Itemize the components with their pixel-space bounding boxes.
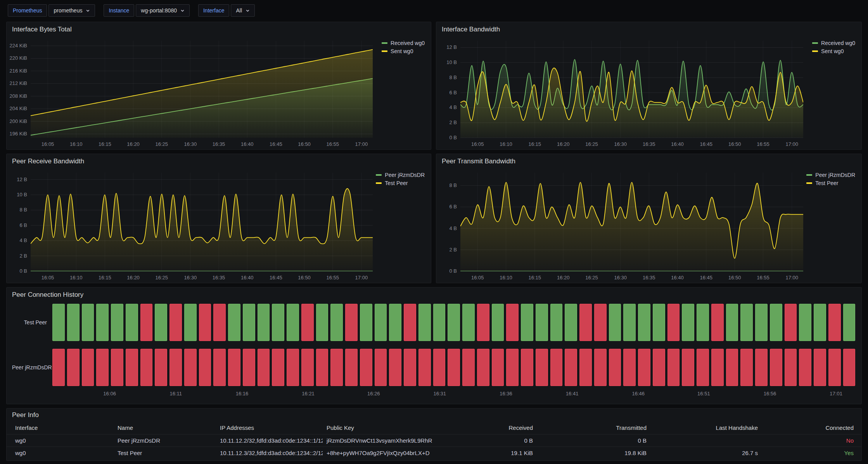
legend-item-received-wg0[interactable]: Received wg0 (382, 40, 425, 46)
timeline-state-disconnected (404, 304, 416, 341)
legend-item-sent-wg0[interactable]: Sent wg0 (812, 48, 855, 54)
chart-plot[interactable]: 16:0516:1016:1516:2016:2516:3016:3516:40… (7, 37, 431, 149)
timeline-state-connected (697, 304, 709, 341)
legend-item-test-peer[interactable]: Test Peer (376, 180, 425, 186)
state-timeline-rows: Test PeerPeer jRzmDsDR (12, 304, 855, 386)
timeline-row-test-peer: Test Peer (12, 304, 855, 341)
timeline-state-connected (126, 304, 138, 341)
svg-text:16:10: 16:10 (500, 141, 512, 147)
chart-plot[interactable]: 16:0516:1016:1516:2016:2516:3016:3516:40… (436, 169, 861, 283)
timeline-state-connected (111, 304, 123, 341)
timeline-state-connected (375, 304, 387, 341)
panel-title[interactable]: Peer Info (7, 409, 861, 422)
column-header-name[interactable]: Name (114, 422, 216, 434)
variable-dropdown-interface[interactable]: All (231, 4, 255, 17)
svg-text:16:35: 16:35 (643, 141, 655, 147)
panel-title[interactable]: Interface Bandwidth (436, 22, 861, 37)
timeline-state-connected (272, 304, 284, 341)
timeline-state-disconnected (404, 349, 416, 386)
timeline-state-connected (82, 304, 94, 341)
column-header-pubkey[interactable]: Public Key (323, 422, 433, 434)
timeline-state-connected (814, 304, 826, 341)
timeline-axis-tick: 16:16 (236, 391, 249, 396)
timeline-state-disconnected (433, 349, 446, 386)
svg-text:16:45: 16:45 (270, 275, 282, 280)
timeline-state-connected (448, 304, 460, 341)
svg-text:16:05: 16:05 (41, 275, 54, 280)
cell-ips: 10.11.12.3/32,fdfd:d3ad:c0de:1234::2/128 (216, 447, 323, 459)
timeline-state-disconnected (477, 349, 489, 386)
svg-text:0 B: 0 B (19, 268, 27, 274)
variable-label-prometheus[interactable]: Prometheus (8, 4, 47, 17)
legend-item-peer-jrzmdsdr[interactable]: Peer jRzmDsDR (376, 172, 425, 178)
chart-plot[interactable]: 16:0516:1016:1516:2016:2516:3016:3516:40… (436, 37, 861, 149)
legend-item-test-peer[interactable]: Test Peer (806, 180, 855, 186)
timeline-axis-tick: 16:21 (302, 391, 315, 396)
column-header-connected[interactable]: Connected (762, 422, 861, 434)
peer-info-table-wrap: InterfaceNameIP AddressesPublic KeyRecei… (7, 422, 861, 461)
timeline-state-disconnected (623, 349, 636, 386)
timeline-state-disconnected (594, 304, 607, 341)
panel-title[interactable]: Peer Receive Bandwidth (7, 154, 431, 169)
svg-text:16:10: 16:10 (70, 275, 83, 280)
svg-text:16:15: 16:15 (529, 275, 541, 280)
series-color-swatch (806, 174, 812, 176)
timeline-state-connected (418, 304, 431, 341)
timeline-state-connected (360, 304, 372, 341)
column-header-ips[interactable]: IP Addresses (216, 422, 323, 434)
timeline-state-disconnected (448, 349, 460, 386)
legend-item-sent-wg0[interactable]: Sent wg0 (382, 48, 425, 54)
svg-text:12 B: 12 B (17, 177, 27, 182)
timeline-state-disconnected (521, 349, 533, 386)
variable-group-interface: Interface All (198, 4, 255, 17)
panel-title[interactable]: Peer Connection History (7, 287, 861, 302)
timeline-state-disconnected (375, 349, 387, 386)
timeline-state-disconnected (345, 304, 358, 341)
timeline-axis-tick: 16:36 (500, 391, 512, 396)
panel-peer-connection-history: Peer Connection History Test PeerPeer jR… (6, 287, 862, 404)
timeline-state-disconnected (213, 349, 226, 386)
chart-legend: Peer jRzmDsDRTest Peer (376, 172, 425, 186)
column-header-handshake[interactable]: Last Handshake (650, 422, 762, 434)
chart-canvas-peer-receive-bandwidth: 16:0516:1016:1516:2016:2516:3016:3516:40… (7, 169, 431, 283)
timeline-state-disconnected (492, 349, 504, 386)
chevron-down-icon (246, 9, 250, 13)
svg-text:6 B: 6 B (449, 90, 457, 95)
timeline-state-disconnected (126, 349, 138, 386)
cell-iface: wg0 (7, 447, 114, 459)
svg-text:16:45: 16:45 (270, 141, 282, 147)
timeline-state-disconnected (477, 304, 489, 341)
svg-text:17:00: 17:00 (786, 275, 799, 280)
legend-item-peer-jrzmdsdr[interactable]: Peer jRzmDsDR (806, 172, 855, 178)
variable-dropdown-instance[interactable]: wg-portal:8080 (136, 4, 190, 17)
cell-transmitted: 19.8 KiB (537, 447, 650, 459)
timeline-state-connected (653, 304, 665, 341)
grafana-dashboard: Prometheus prometheus Instance wg-portal… (0, 0, 868, 464)
svg-text:196 KiB: 196 KiB (9, 131, 27, 137)
column-header-received[interactable]: Received (433, 422, 537, 434)
timeline-state-connected (287, 304, 299, 341)
panel-title[interactable]: Interface Bytes Total (7, 22, 431, 37)
chart-plot[interactable]: 16:0516:1016:1516:2016:2516:3016:3516:40… (7, 169, 431, 283)
variable-dropdown-prometheus[interactable]: prometheus (48, 4, 95, 17)
timeline-blocks (52, 304, 855, 341)
variable-label-instance[interactable]: Instance (104, 4, 134, 17)
variable-label-interface[interactable]: Interface (198, 4, 229, 17)
svg-text:16:35: 16:35 (643, 275, 655, 280)
timeline-state-connected (550, 304, 563, 341)
variable-group-instance: Instance wg-portal:8080 (104, 4, 190, 17)
series-color-swatch (382, 42, 387, 44)
timeline-row-label: Test Peer (12, 319, 52, 325)
timeline-state-connected (755, 304, 768, 341)
svg-text:16:45: 16:45 (700, 141, 713, 147)
timeline-state-disconnected (682, 349, 694, 386)
svg-text:17:00: 17:00 (355, 275, 368, 280)
svg-text:0 B: 0 B (449, 135, 457, 140)
column-header-transmitted[interactable]: Transmitted (537, 422, 650, 434)
table-row: wg0Peer jRzmDsDR10.11.12.2/32,fdfd:d3ad:… (7, 434, 861, 447)
panel-title[interactable]: Peer Transmit Bandwidth (436, 154, 861, 169)
svg-text:16:40: 16:40 (671, 141, 684, 147)
timeline-axis-tick: 17:01 (830, 391, 842, 396)
legend-item-received-wg0[interactable]: Received wg0 (812, 40, 855, 46)
column-header-iface[interactable]: Interface (7, 422, 114, 434)
